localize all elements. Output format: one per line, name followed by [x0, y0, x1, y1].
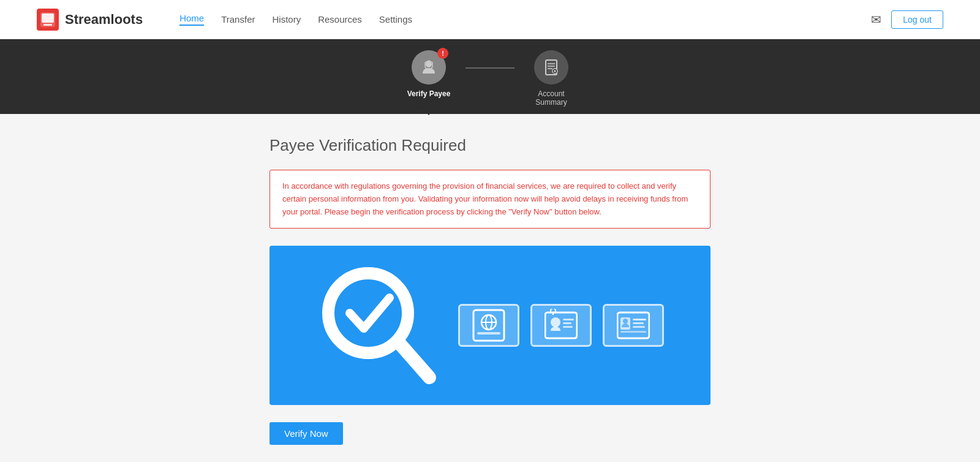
svg-rect-18 — [477, 332, 500, 335]
svg-rect-30 — [633, 322, 644, 324]
step-connector — [466, 67, 514, 69]
globe-id-icon — [472, 309, 505, 342]
id-badge-icon — [545, 309, 578, 342]
main-content: Payee Verification Required In accordanc… — [257, 114, 723, 462]
svg-rect-31 — [633, 326, 645, 328]
verify-image-inner — [292, 252, 688, 399]
streamloots-logo-icon — [37, 9, 59, 31]
svg-rect-2 — [42, 13, 54, 23]
header: Streamloots Home Transfer History Resour… — [0, 0, 980, 39]
step-account-summary[interactable]: AccountSummary — [514, 50, 588, 114]
page-title: Payee Verification Required — [270, 136, 710, 155]
drivers-license-card — [603, 304, 664, 347]
main-nav: Home Transfer History Resources Settings — [179, 13, 871, 26]
step-verify-payee-circle: ! — [412, 50, 446, 85]
step-account-summary-circle — [534, 50, 568, 85]
drivers-license-icon — [617, 309, 650, 342]
steps-banner: ! Verify Payee Account — [0, 39, 980, 114]
svg-rect-23 — [563, 319, 574, 320]
id-cards — [458, 304, 664, 347]
nav-history[interactable]: History — [272, 14, 301, 25]
mail-icon[interactable]: ✉ — [871, 12, 881, 27]
id-badge-card — [530, 304, 592, 347]
step-verify-payee[interactable]: ! Verify Payee — [392, 50, 466, 105]
svg-point-20 — [551, 317, 560, 327]
document-icon — [543, 59, 560, 76]
svg-rect-25 — [563, 326, 573, 328]
alert-badge: ! — [437, 48, 448, 59]
alert-text: In accordance with regulations governing… — [282, 180, 698, 218]
svg-rect-29 — [633, 319, 646, 320]
step-account-summary-label: AccountSummary — [535, 89, 567, 107]
logo-area: Streamloots — [37, 9, 143, 31]
step-arrow — [420, 105, 437, 115]
step-verify-payee-label: Verify Payee — [407, 89, 451, 98]
logo-text: Streamloots — [65, 12, 143, 28]
nav-transfer[interactable]: Transfer — [221, 14, 255, 25]
svg-rect-19 — [545, 312, 577, 338]
svg-rect-32 — [620, 331, 646, 333]
nav-resources[interactable]: Resources — [318, 14, 362, 25]
svg-point-28 — [623, 319, 628, 324]
verify-now-button[interactable]: Verify Now — [270, 422, 343, 445]
magnifier-check-icon — [316, 264, 439, 387]
nav-settings[interactable]: Settings — [379, 14, 412, 25]
logout-button[interactable]: Log out — [891, 10, 943, 29]
steps-container: ! Verify Payee Account — [392, 50, 588, 114]
svg-rect-24 — [563, 322, 571, 324]
header-right: ✉ Log out — [871, 10, 943, 29]
nav-home[interactable]: Home — [179, 13, 204, 26]
passport-card — [458, 304, 519, 347]
svg-rect-3 — [43, 24, 52, 26]
svg-line-13 — [399, 343, 429, 377]
verify-illustration — [270, 246, 710, 405]
alert-box: In accordance with regulations governing… — [270, 170, 710, 229]
person-shield-icon — [420, 59, 437, 76]
